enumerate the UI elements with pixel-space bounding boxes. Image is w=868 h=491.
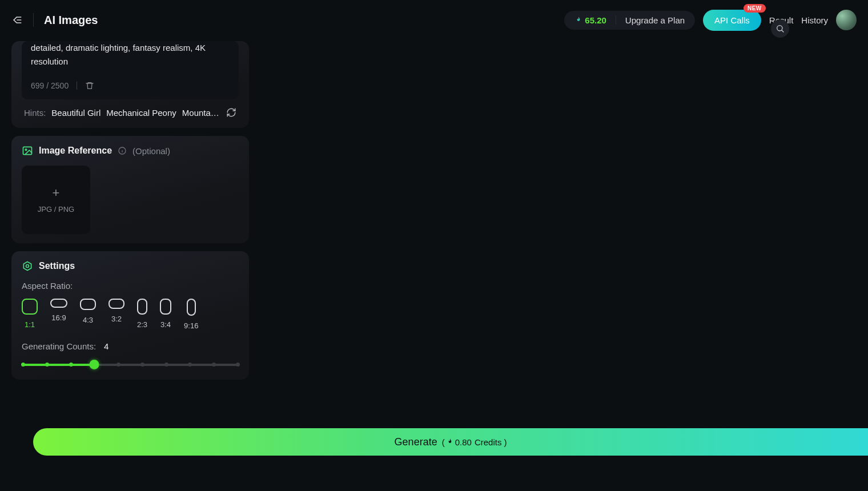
ratio-4-3[interactable]: 4:3 — [80, 299, 96, 330]
slider-thumb[interactable] — [90, 360, 99, 369]
slider-tick — [21, 363, 25, 367]
aspect-ratio-row: 1:116:94:33:22:33:49:16 — [22, 299, 239, 330]
header-right: 65.20 Upgrade a Plan API Calls NEW Resul… — [564, 10, 857, 31]
slider-tick — [164, 363, 168, 367]
svg-marker-4 — [23, 262, 31, 271]
svg-point-5 — [26, 265, 29, 268]
section-header: Image Reference (Optional) — [22, 145, 239, 156]
optional-label: (Optional) — [132, 146, 170, 156]
section-header: Settings — [22, 260, 239, 272]
divider — [33, 13, 34, 27]
counts-slider[interactable] — [23, 361, 238, 367]
upload-reference-button[interactable]: + JPG / PNG — [22, 166, 90, 234]
api-calls-button[interactable]: API Calls NEW — [703, 10, 761, 31]
hints-row: Hints: Beautiful Girl Mechanical Peony M… — [22, 99, 239, 119]
ratio-shape — [50, 299, 67, 308]
flame-icon — [446, 438, 454, 446]
ratio-label: 16:9 — [51, 313, 66, 322]
collapse-sidebar-icon[interactable] — [11, 14, 23, 26]
new-badge: NEW — [744, 4, 766, 13]
settings-card: Settings Aspect Ratio: 1:116:94:33:22:33… — [11, 251, 249, 380]
slider-tick — [236, 363, 240, 367]
ratio-3-4[interactable]: 3:4 — [160, 299, 171, 330]
ratio-shape — [187, 299, 196, 316]
search-icon — [775, 24, 785, 33]
image-reference-card: Image Reference (Optional) + JPG / PNG — [11, 136, 249, 243]
hint-item[interactable]: Mechanical Peony — [106, 108, 176, 118]
prompt-card: detailed, dramatic lighting, fantasy rea… — [11, 41, 249, 128]
generate-cost: ( 0.80 Credits ) — [442, 437, 507, 447]
counts-label: Generating Counts: — [22, 341, 96, 351]
divider — [77, 82, 77, 90]
plus-icon: + — [53, 187, 60, 199]
aspect-ratio-label: Aspect Ratio: — [22, 281, 239, 291]
avatar[interactable] — [836, 10, 857, 30]
plan-pill: 65.20 Upgrade a Plan — [564, 11, 695, 30]
ratio-1-1[interactable]: 1:1 — [22, 299, 38, 330]
credits-value: 65.20 — [585, 15, 606, 25]
svg-point-2 — [25, 149, 27, 151]
upload-hint: JPG / PNG — [38, 205, 74, 214]
credits-balance: 65.20 — [574, 15, 606, 25]
search-button[interactable] — [771, 19, 789, 38]
divider — [616, 15, 616, 25]
tab-history[interactable]: History — [801, 15, 828, 25]
sidebar: detailed, dramatic lighting, fantasy rea… — [11, 41, 249, 380]
ratio-9-16[interactable]: 9:16 — [184, 299, 198, 330]
prompt-text-tail[interactable]: detailed, dramatic lighting, fantasy rea… — [31, 41, 230, 69]
refresh-icon — [226, 107, 236, 118]
ratio-label: 9:16 — [184, 321, 198, 330]
ratio-2-3[interactable]: 2:3 — [137, 299, 147, 330]
hint-item[interactable]: Beautiful Girl — [51, 108, 101, 118]
generate-label: Generate — [395, 436, 437, 448]
ratio-label: 3:2 — [111, 315, 122, 323]
ratio-3-2[interactable]: 3:2 — [108, 299, 124, 330]
header-left: AI Images — [11, 13, 98, 27]
gear-icon — [22, 260, 33, 272]
flame-icon — [574, 16, 582, 24]
info-icon[interactable] — [118, 146, 127, 155]
ratio-shape — [160, 299, 171, 315]
ratio-label: 1:1 — [25, 320, 35, 329]
hint-item[interactable]: Mountain P… — [182, 108, 220, 118]
section-title: Settings — [39, 261, 75, 271]
slider-tick — [69, 363, 73, 367]
upgrade-plan-link[interactable]: Upgrade a Plan — [625, 15, 685, 25]
ratio-shape — [108, 299, 124, 309]
clear-prompt-button[interactable] — [85, 81, 94, 90]
slider-tick — [140, 363, 144, 367]
header: AI Images 65.20 Upgrade a Plan API Calls… — [0, 0, 868, 40]
page-title: AI Images — [44, 14, 98, 27]
ratio-shape — [80, 299, 96, 310]
prompt-meta: 699 / 2500 — [31, 81, 230, 90]
image-icon — [22, 145, 33, 156]
ratio-label: 2:3 — [137, 320, 147, 329]
trash-icon — [85, 81, 94, 90]
counts-value: 4 — [104, 341, 108, 351]
generate-button[interactable]: Generate ( 0.80 Credits ) — [33, 428, 868, 456]
slider-tick — [45, 363, 49, 367]
api-label: API Calls — [714, 15, 750, 25]
refresh-hints-button[interactable] — [226, 107, 236, 118]
section-title: Image Reference — [39, 146, 112, 156]
ratio-label: 3:4 — [160, 320, 171, 329]
counts-row: Generating Counts: 4 — [22, 341, 239, 351]
ratio-label: 4:3 — [83, 316, 93, 324]
char-counter: 699 / 2500 — [31, 81, 69, 90]
ratio-16-9[interactable]: 16:9 — [50, 299, 67, 330]
ratio-shape — [137, 299, 147, 315]
hints-label: Hints: — [24, 108, 46, 118]
ratio-shape — [22, 299, 38, 315]
